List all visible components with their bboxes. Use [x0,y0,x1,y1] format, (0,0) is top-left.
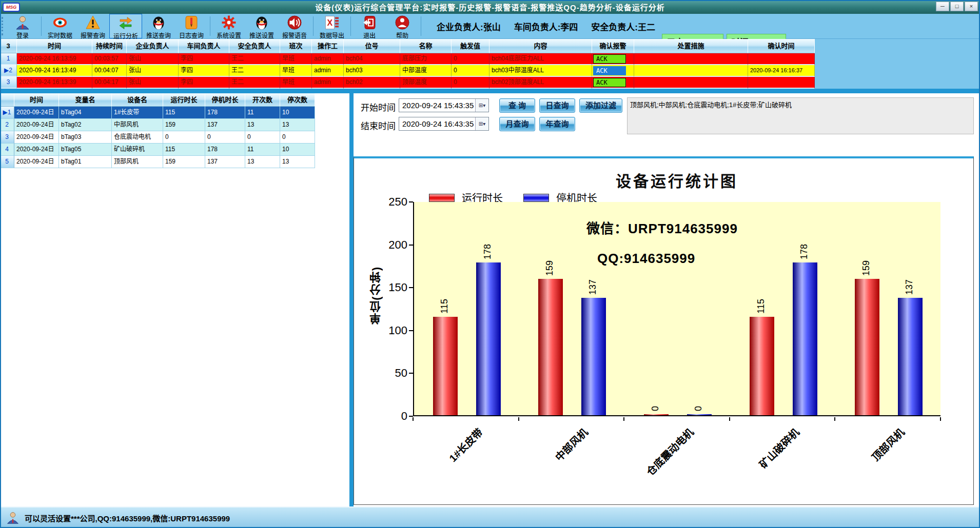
stats-cell: 13 [245,119,280,131]
stats-cell: 115 [163,107,205,119]
stats-row[interactable]: 32020-09-24日bTag03仓底震动电机0000 [0,131,315,144]
toolbar-button-12[interactable]: 帮助 [386,14,419,38]
stats-row[interactable]: 42020-09-24日bTag05矿山破碎机1151781110 [0,144,315,156]
day-query-button[interactable]: 日查询 [539,98,575,113]
end-time-value: 2020-09-24 16:43:35 [399,119,475,128]
x-tick-mark [413,417,414,421]
stats-cell: 13 [280,119,315,131]
year-query-button[interactable]: 年查询 [539,117,575,131]
ack-button[interactable]: ACK [593,54,626,64]
alarm-col-header: 持续时间 [92,39,127,53]
alarm-cell: 王二 [229,53,280,65]
toolbar-button-1[interactable]: 登录 [6,14,39,38]
close-button[interactable]: × [965,2,978,11]
bar-value-label: 178 [482,244,493,259]
alarm-cell: 0 [452,65,489,77]
toolbar-button-label: 退出 [363,31,376,39]
calendar-dropdown-icon[interactable]: ⊞▾ [475,99,488,112]
confirm-time-cell [748,53,815,65]
toolbar-divider [41,16,42,36]
alarm-row[interactable]: 12020-09-24 16:13:5900:03:57张山李四王二早班admi… [0,53,815,65]
stats-cell: 137 [205,156,245,168]
toolbar-button-10[interactable]: X数据导出 [316,14,348,38]
toolbar-button-9[interactable]: 报警语音 [278,14,311,38]
y-tick-mark [409,245,413,246]
stats-cell: 1#长皮带 [112,107,163,119]
toolbar-button-label: 系统设置 [217,31,241,39]
calendar-dropdown-icon[interactable]: ⊞▾ [475,117,488,130]
stats-row[interactable]: 52020-09-24日bTag01顶部风机1591371313 [0,156,315,168]
alarm-row[interactable]: ▶22020-09-24 16:13:4900:04:07张山李四王二早班adm… [0,65,815,77]
stats-cell: 顶部风机 [112,156,163,168]
y-tick-mark [409,330,413,331]
stats-row[interactable]: 22020-09-24日bTag02中部风机1591371313 [0,119,315,131]
user-icon [15,15,30,30]
toolbar-grip [2,17,5,35]
y-tick-label: 100 [354,324,407,337]
toolbar-button-5[interactable]: 推送查询 [142,14,175,38]
alarm-cell: 王二 [229,65,280,77]
stats-cell: 0 [245,131,280,144]
analysis-icon [118,15,133,31]
bar-value-label: 178 [799,244,810,259]
minimize-button[interactable]: ─ [936,2,949,11]
toolbar-button-7[interactable]: 系统设置 [212,14,245,38]
measure-cell [634,77,748,89]
analysis-panel: 开始时间 2020-09-24 15:43:35 ⊞▾ 查 询 日查询 添加过滤… [354,93,979,506]
gear-icon [221,15,237,30]
toolbar-button-4[interactable]: 运行分析 [109,14,142,38]
toolbar-button-6[interactable]: 日志查询 [175,14,208,38]
toolbar-button-label: 日志查询 [179,31,204,39]
end-time-input[interactable]: 2020-09-24 16:43:35 ⊞▾ [399,117,489,131]
x-category-label: 中部风机 [552,424,591,464]
alarm-row[interactable]: 32020-09-24 16:13:3900:04:17张山李四王二早班admi… [0,77,815,89]
stats-cell: 2020-09-24日 [14,131,59,144]
alarm-cell: bch04 [344,53,400,65]
alarm-col-header: 名称 [400,39,452,53]
y-tick-label: 150 [354,281,407,294]
alarm-cell: 李四 [179,65,229,77]
bar-value-label: 159 [861,260,872,276]
alarm-col-header: 位号 [344,39,400,53]
bar-value-label: 115 [756,299,767,314]
legend-swatch [429,194,455,202]
legend-swatch [523,194,549,202]
stats-cell: 11 [245,107,280,119]
ack-button[interactable]: ACK [593,66,626,75]
stats-corner [0,93,14,107]
stats-cell: 10 [280,144,315,156]
stats-cell: 159 [163,156,205,168]
status-text: 可以灵活设置***公司,QQ:914635999,微信:URPT91463599… [25,513,230,523]
start-time-input[interactable]: 2020-09-24 15:43:35 ⊞▾ [399,98,489,112]
horizontal-splitter[interactable] [0,89,980,93]
bar-运行时长-顶部风机 [855,279,879,415]
vertical-splitter[interactable] [349,93,354,506]
stats-row[interactable]: ▶12020-09-24日bTag041#长皮带1151781110 [0,107,315,119]
start-time-value: 2020-09-24 15:43:35 [399,101,475,110]
toolbar-button-2[interactable]: 实时数据 [44,14,76,38]
toolbar-divider [313,16,313,36]
add-filter-button[interactable]: 添加过滤 [579,98,622,113]
alarm-cell: 张山 [127,53,179,65]
alarm-cell: bch03 [344,65,400,77]
alarm-col-header: 触发值 [452,39,489,53]
month-query-button[interactable]: 月查询 [499,117,535,131]
toolbar-button-8[interactable]: 推送设置 [245,14,278,38]
toolbar-button-3[interactable]: 报警查询 [76,14,109,38]
excel-icon: X [324,15,340,30]
maximize-button[interactable]: □ [950,2,964,11]
x-tick-mark [623,417,624,421]
alarm-cell: 早班 [280,53,312,65]
query-button[interactable]: 查 询 [499,98,535,113]
bar-停机时长-仓底震动电机 [687,414,712,415]
end-time-label: 结束时间 [361,119,396,132]
bar-运行时长-矿山破碎机 [750,317,774,415]
alarm-cell: ACK [592,53,634,65]
ack-button[interactable]: ACK [593,78,626,87]
stats-cell: 仓底震动电机 [112,131,163,144]
device-filter-field[interactable]: 顶部风机;中部风机;仓底震动电机;1#长皮带;矿山破碎机 [627,97,974,134]
toolbar-button-11[interactable]: 退出 [353,14,386,38]
toolbar-button-label: 数据导出 [320,31,344,39]
stats-cell: 中部风机 [112,119,163,131]
x-category-label: 矿山破碎机 [755,424,802,471]
